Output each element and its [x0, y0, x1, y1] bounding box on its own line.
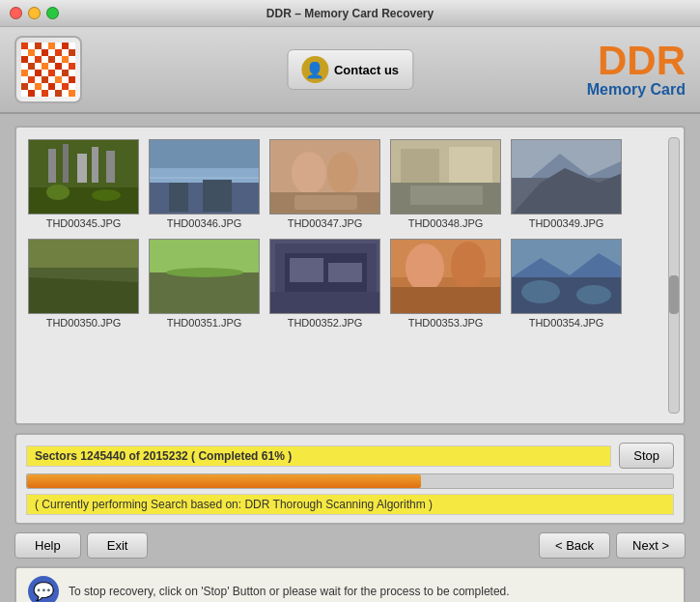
svg-point-7: [46, 185, 70, 200]
thumbnail-353: [390, 239, 501, 314]
svg-point-17: [327, 152, 358, 194]
thumbnail-351: [149, 239, 260, 314]
list-item[interactable]: THD00353.JPG: [390, 239, 501, 329]
progress-bar-row: [26, 473, 674, 489]
image-row-1: THD00345.JPG THD00346.JPG: [28, 139, 672, 229]
thumbnail-354: [511, 239, 622, 314]
next-button[interactable]: Next >: [616, 532, 686, 559]
brand-area: DDR Memory Card: [587, 41, 686, 99]
contact-label: Contact us: [334, 63, 399, 77]
list-item[interactable]: THD00348.JPG: [390, 139, 501, 229]
svg-rect-36: [150, 239, 259, 272]
thumbnail-345: [28, 139, 139, 215]
list-item[interactable]: THD00354.JPG: [511, 239, 622, 329]
thumbnail-348: [390, 139, 501, 215]
svg-rect-37: [150, 272, 259, 314]
image-label: THD00353.JPG: [408, 317, 484, 329]
logo-box: [14, 36, 82, 103]
image-panel: THD00345.JPG THD00346.JPG: [14, 126, 686, 425]
progress-bar-background: [26, 473, 674, 489]
info-bar: 💬 To stop recovery, click on 'Stop' Butt…: [14, 566, 686, 602]
svg-point-8: [92, 189, 121, 201]
scrollbar[interactable]: [668, 137, 680, 414]
svg-rect-42: [270, 292, 379, 314]
navigation-row: Help Exit < Back Next >: [14, 532, 686, 559]
progress-status-row: Sectors 1245440 of 2015232 ( Completed 6…: [26, 443, 674, 469]
progress-area: Sectors 1245440 of 2015232 ( Completed 6…: [14, 433, 686, 525]
list-item[interactable]: THD00346.JPG: [149, 139, 260, 229]
svg-point-48: [451, 242, 486, 290]
list-item[interactable]: THD00350.JPG: [28, 239, 139, 329]
svg-rect-6: [106, 151, 115, 183]
exit-button[interactable]: Exit: [87, 532, 149, 559]
svg-rect-19: [294, 195, 357, 210]
image-label: THD00350.JPG: [46, 317, 122, 329]
svg-rect-1: [29, 187, 138, 215]
svg-rect-12: [169, 183, 188, 212]
image-label: THD00346.JPG: [167, 217, 242, 229]
svg-rect-43: [290, 258, 323, 282]
logo-icon: [21, 43, 75, 97]
brand-ddr: DDR: [587, 41, 686, 81]
thumbnail-352: [269, 239, 380, 314]
window-title: DDR – Memory Card Recovery: [266, 7, 434, 20]
minimize-button[interactable]: [28, 7, 41, 19]
image-label: THD00351.JPG: [167, 317, 242, 329]
image-label: THD00345.JPG: [46, 217, 122, 229]
sectors-text: Sectors 1245440 of 2015232 ( Completed 6…: [26, 445, 611, 467]
info-icon: 💬: [28, 576, 59, 602]
image-label: THD00354.JPG: [529, 317, 604, 329]
image-row-2: THD00350.JPG THD00351.JPG: [28, 239, 672, 329]
contact-icon: 👤: [301, 56, 328, 83]
image-label: THD00352.JPG: [288, 317, 363, 329]
main-area: THD00345.JPG THD00346.JPG: [0, 114, 700, 602]
thumbnail-349: [511, 139, 622, 215]
progress-bar-fill: [27, 474, 421, 488]
back-button[interactable]: < Back: [539, 532, 610, 559]
list-item[interactable]: THD00345.JPG: [28, 139, 139, 229]
thumbnail-350: [28, 239, 139, 314]
list-item[interactable]: THD00352.JPG: [269, 239, 380, 329]
image-label: THD00348.JPG: [408, 217, 484, 229]
svg-point-47: [406, 244, 444, 292]
thumbnail-347: [269, 139, 380, 215]
svg-rect-22: [401, 149, 439, 183]
image-label: THD00347.JPG: [288, 217, 363, 229]
svg-rect-5: [92, 147, 98, 183]
maximize-button[interactable]: [46, 7, 59, 19]
svg-rect-23: [449, 147, 492, 183]
svg-point-16: [292, 152, 326, 194]
list-item[interactable]: THD00347.JPG: [269, 139, 380, 229]
image-label: THD00349.JPG: [529, 217, 604, 229]
title-bar: DDR – Memory Card Recovery: [0, 0, 700, 27]
svg-point-38: [166, 268, 243, 277]
thumbnail-346: [149, 139, 260, 215]
info-message: To stop recovery, click on 'Stop' Button…: [69, 585, 510, 598]
svg-point-54: [521, 280, 560, 303]
close-button[interactable]: [10, 7, 22, 19]
stop-button[interactable]: Stop: [619, 443, 674, 469]
svg-rect-13: [203, 180, 232, 212]
svg-rect-49: [391, 287, 500, 314]
svg-rect-25: [410, 186, 483, 205]
svg-rect-32: [29, 239, 138, 268]
brand-sub: Memory Card: [587, 81, 686, 99]
help-button[interactable]: Help: [14, 532, 81, 559]
svg-rect-4: [77, 154, 87, 183]
header: 👤 Contact us DDR Memory Card: [0, 27, 700, 114]
svg-rect-2: [48, 149, 56, 183]
algorithm-text: ( Currently performing Search based on: …: [26, 494, 674, 515]
contact-button[interactable]: 👤 Contact us: [287, 49, 413, 90]
window-controls[interactable]: [10, 7, 59, 19]
scrollbar-thumb[interactable]: [669, 275, 679, 314]
list-item[interactable]: THD00349.JPG: [511, 139, 622, 229]
list-item[interactable]: THD00351.JPG: [149, 239, 260, 329]
svg-rect-44: [328, 263, 362, 282]
svg-point-55: [576, 285, 611, 304]
svg-rect-3: [63, 144, 69, 183]
